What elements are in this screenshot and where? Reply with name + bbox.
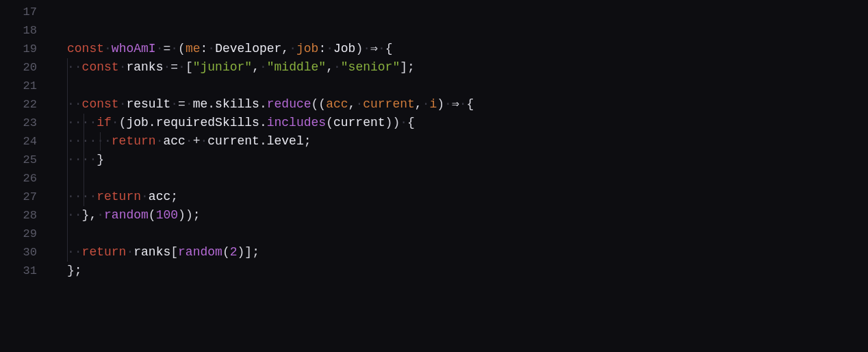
token-punct: ( xyxy=(311,97,319,111)
token-fn: random xyxy=(104,208,149,222)
token-op: . xyxy=(207,97,215,111)
token-punct: [ xyxy=(170,245,178,259)
token-punct: ] xyxy=(400,60,407,74)
token-ws: · xyxy=(186,97,193,111)
code-line[interactable] xyxy=(67,77,868,95)
token-op: , xyxy=(348,97,356,111)
token-op: , xyxy=(415,97,422,111)
token-op: . xyxy=(259,97,267,111)
indent-guide xyxy=(67,95,68,114)
code-line[interactable]: ··return·ranks[random(2)]; xyxy=(67,243,868,262)
line-number: 29 xyxy=(0,225,52,243)
line-number: 22 xyxy=(0,95,52,114)
token-ident: skills xyxy=(215,97,259,111)
token-punct: { xyxy=(385,42,393,55)
token-punct: { xyxy=(407,116,415,129)
token-ws: · xyxy=(170,97,178,111)
token-string: "middle" xyxy=(267,60,326,74)
token-ident: current xyxy=(333,116,385,129)
token-op: ; xyxy=(252,245,259,259)
token-op: . xyxy=(259,116,267,129)
token-ident: job xyxy=(126,116,148,129)
token-ws: · xyxy=(186,134,193,148)
token-punct: ) xyxy=(385,116,393,129)
code-line[interactable]: }; xyxy=(67,262,868,280)
token-string: "junior" xyxy=(193,60,252,74)
code-line[interactable]: ··const·result·=·me.skills.reduce((acc,·… xyxy=(67,95,868,114)
token-punct: ) xyxy=(178,208,186,222)
token-op: ; xyxy=(193,208,201,222)
token-punct: { xyxy=(467,97,474,111)
token-param: i xyxy=(429,97,437,111)
code-line[interactable] xyxy=(67,3,868,21)
token-ws: · xyxy=(170,42,178,55)
code-line[interactable] xyxy=(67,225,868,243)
token-ws: · xyxy=(112,116,119,129)
code-line[interactable]: const·whoAmI·=·(me:·Developer,·job:·Job)… xyxy=(67,40,868,58)
token-op: . xyxy=(149,116,156,129)
indent-guide xyxy=(84,188,84,206)
line-number: 31 xyxy=(0,262,52,280)
line-number: 25 xyxy=(0,151,52,169)
indent-guide xyxy=(67,188,68,206)
code-area[interactable]: const·whoAmI·=·(me:·Developer,·job:·Job)… xyxy=(52,0,868,352)
token-punct: ) xyxy=(437,97,444,111)
token-op: : xyxy=(318,42,326,55)
indent-guide xyxy=(67,58,68,77)
token-op: ; xyxy=(170,190,178,203)
token-fn: reduce xyxy=(267,97,311,111)
token-num: 100 xyxy=(156,208,178,222)
code-line[interactable]: ······return·acc·+·current.level; xyxy=(67,132,868,151)
token-ident: acc xyxy=(163,134,185,148)
indent-guide xyxy=(84,132,84,151)
token-op: , xyxy=(281,42,289,55)
token-ident: ranks xyxy=(126,60,163,74)
token-op: ; xyxy=(407,60,415,74)
token-ws: ······ xyxy=(67,134,112,148)
token-type: Job xyxy=(333,42,355,55)
line-number-gutter: 171819202122232425262728293031 xyxy=(0,0,52,352)
token-ident: me xyxy=(193,97,208,111)
indent-guide xyxy=(84,169,84,188)
token-num: 2 xyxy=(230,245,238,259)
token-fn: random xyxy=(178,245,222,259)
indent-guide xyxy=(67,169,68,188)
indent-guide xyxy=(67,132,68,151)
indent-guide xyxy=(67,77,68,95)
token-op: = xyxy=(170,60,178,74)
code-line[interactable]: ····if·(job.requiredSkills.includes(curr… xyxy=(67,114,868,132)
token-ws: ·· xyxy=(67,97,82,111)
code-line[interactable]: ··const·ranks·=·["junior",·"middle",·"se… xyxy=(67,58,868,77)
code-editor[interactable]: 171819202122232425262728293031 const·who… xyxy=(0,0,868,352)
token-param: acc xyxy=(326,97,348,111)
token-kw: return xyxy=(97,190,141,203)
token-ws: ·· xyxy=(67,60,82,74)
code-line[interactable]: ····return·acc; xyxy=(67,188,868,206)
token-ws: · xyxy=(156,42,164,55)
token-punct: ( xyxy=(222,245,230,259)
token-punct: ( xyxy=(318,97,326,111)
token-ws: ·· xyxy=(67,245,82,259)
indent-guide xyxy=(100,132,101,151)
code-line[interactable] xyxy=(67,21,868,40)
code-line[interactable]: ··},·random(100)); xyxy=(67,206,868,225)
token-param: job xyxy=(296,42,318,55)
code-line[interactable]: ····} xyxy=(67,151,868,169)
token-punct: ( xyxy=(119,116,127,129)
token-op: ; xyxy=(304,134,311,148)
token-kw: if xyxy=(97,116,112,129)
token-ws: · xyxy=(126,245,133,259)
token-ws: · xyxy=(163,60,170,74)
token-ws: · xyxy=(378,42,385,55)
indent-guide xyxy=(67,114,68,132)
code-line[interactable] xyxy=(67,169,868,188)
indent-guide xyxy=(67,243,68,262)
token-ident: ranks xyxy=(133,245,170,259)
token-ws: · xyxy=(156,134,164,148)
token-ws: · xyxy=(207,42,215,55)
line-number: 20 xyxy=(0,58,52,77)
token-punct: ) xyxy=(238,245,245,259)
token-punct: ] xyxy=(244,245,252,259)
token-ws: · xyxy=(104,42,112,55)
token-kw: const xyxy=(82,60,119,74)
